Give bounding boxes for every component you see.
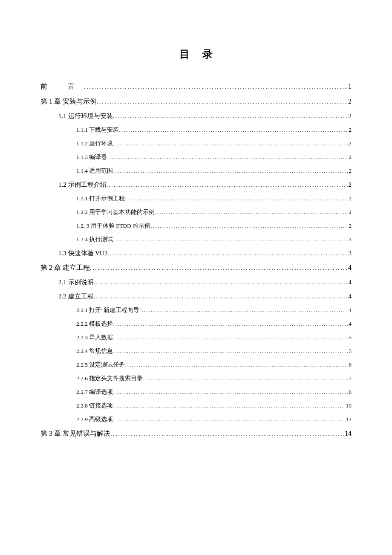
toc-entry-label: 第 3 章 常见错误与解决: [40, 429, 110, 438]
toc-leader-dots: [143, 375, 348, 382]
toc-leader-dots: [125, 361, 348, 368]
toc-entry-label: 1.1.2 运行环境: [76, 140, 113, 147]
toc-entry[interactable]: 2.2.5 设定测试任务6: [40, 361, 352, 369]
toc-entry-page: 2: [348, 154, 352, 161]
toc-entry-label: 1.2 示例工程介绍: [58, 181, 107, 189]
toc-entry[interactable]: 第 3 章 常见错误与解决14: [40, 429, 352, 438]
toc-entry[interactable]: 2.1 示例说明4: [40, 278, 352, 286]
toc-entry-label: 2.2.9 高级选项: [76, 416, 113, 423]
toc-entry[interactable]: 2.2.6 指定头文件搜索目录7: [40, 375, 352, 382]
toc-leader-dots: [94, 293, 348, 300]
toc-entry-page: 2: [348, 195, 352, 202]
toc-entry[interactable]: 1.2.2 用于学习基本功能的示例2: [40, 208, 352, 216]
toc-entry[interactable]: 1.1 运行环境与安装2: [40, 112, 352, 120]
toc-entry-page: 3: [348, 236, 352, 243]
toc-leader-dots: [113, 348, 348, 355]
toc-entry[interactable]: 第 2 章 建立工程4: [40, 263, 352, 272]
toc-entry[interactable]: 1.1.2 运行环境2: [40, 140, 352, 147]
toc-entry[interactable]: 1.2.4 执行测试3: [40, 236, 352, 243]
toc-leader-dots: [107, 250, 347, 257]
toc-leader-dots: [113, 113, 348, 120]
toc-entry[interactable]: 2.2.7 编译选项8: [40, 388, 352, 396]
toc-entry[interactable]: 2.2.8 链接选项10: [40, 402, 352, 410]
toc-entry-label: 2.2.1 打开"新建工程向导": [76, 306, 141, 314]
toc-entry[interactable]: 1.2. 3 用于体验 ETDD 的示例2: [40, 222, 352, 230]
toc-leader-dots: [113, 416, 345, 423]
toc-entry-label: 第 1 章 安装与示例: [40, 97, 97, 106]
toc-entry-page: 1: [347, 83, 352, 90]
toc-entry-page: 4: [348, 321, 352, 327]
toc-entry-label: 1.3 快速体验 VU2: [58, 249, 107, 257]
toc-entry[interactable]: 1.2.1 打开示例工程2: [40, 195, 352, 202]
toc-entry[interactable]: 2.2.1 打开"新建工程向导"4: [40, 306, 352, 314]
toc-entry-label: 2.2 建立工程: [58, 292, 94, 301]
toc-leader-dots: [113, 402, 345, 409]
toc-entry-page: 12: [345, 416, 352, 423]
toc-entry[interactable]: 2.2.4 常规信息5: [40, 347, 352, 355]
toc-entry-label: 2.2.3 导入数据: [76, 334, 113, 341]
toc-entry-label: 1.1.3 编译器: [76, 153, 107, 161]
toc-entry-label: 2.1 示例说明: [58, 278, 94, 286]
toc-entry-label: 2.2.6 指定头文件搜索目录: [76, 375, 143, 382]
toc-list: 前 言1第 1 章 安装与示例21.1 运行环境与安装21.1.1 下载与安装2…: [40, 82, 352, 438]
toc-leader-dots: [155, 209, 348, 216]
toc-entry-page: 3: [348, 250, 352, 257]
toc-entry-label: 1.1 运行环境与安装: [58, 112, 113, 120]
toc-entry-page: 2: [348, 127, 352, 133]
toc-entry[interactable]: 1.1.3 编译器2: [40, 153, 352, 161]
toc-entry[interactable]: 1.1.1 下载与安装2: [40, 126, 352, 134]
toc-entry-page: 2: [348, 223, 352, 229]
toc-entry-page: 2: [348, 113, 352, 120]
toc-entry-page: 4: [347, 264, 352, 272]
toc-entry[interactable]: 2.2 建立工程4: [40, 292, 352, 301]
toc-entry-label: 1.2.2 用于学习基本功能的示例: [76, 208, 155, 216]
toc-entry-page: 10: [345, 402, 352, 409]
toc-entry-page: 4: [348, 293, 352, 300]
toc-entry-page: 8: [348, 389, 352, 396]
toc-entry-page: 2: [347, 98, 352, 105]
toc-leader-dots: [94, 279, 348, 286]
document-page: 目录 前 言1第 1 章 安装与示例21.1 运行环境与安装21.1.1 下载与…: [0, 0, 392, 470]
toc-entry[interactable]: 2.2.3 导入数据5: [40, 334, 352, 341]
toc-leader-dots: [151, 223, 348, 229]
toc-leader-dots: [119, 127, 348, 133]
toc-entry-page: 2: [348, 181, 352, 188]
toc-leader-dots: [113, 334, 348, 341]
toc-entry-label: 1.2. 3 用于体验 ETDD 的示例: [76, 222, 151, 230]
toc-entry[interactable]: 前 言1: [40, 82, 352, 91]
toc-entry-label: 2.2.8 链接选项: [76, 402, 113, 410]
toc-leader-dots: [113, 168, 348, 174]
toc-leader-dots: [84, 83, 347, 90]
toc-entry-page: 2: [348, 168, 352, 174]
toc-entry[interactable]: 2.2.2 模板选择4: [40, 320, 352, 328]
toc-entry-label: 2.2.4 常规信息: [76, 347, 113, 355]
toc-leader-dots: [107, 154, 348, 161]
toc-entry-page: 7: [348, 375, 352, 382]
toc-entry-page: 5: [348, 334, 352, 341]
toc-entry-label: 1.2.4 执行测试: [76, 236, 113, 243]
toc-entry-page: 14: [344, 430, 352, 437]
toc-entry-label: 第 2 章 建立工程: [40, 263, 90, 272]
toc-leader-dots: [113, 389, 348, 396]
toc-entry-page: 4: [348, 279, 352, 286]
toc-leader-dots: [107, 181, 348, 188]
toc-entry-page: 6: [348, 361, 352, 368]
toc-entry-label: 2.2.5 设定测试任务: [76, 361, 125, 369]
toc-entry-label: 2.2.7 编译选项: [76, 388, 113, 396]
toc-entry[interactable]: 第 1 章 安装与示例2: [40, 97, 352, 106]
toc-entry[interactable]: 1.2 示例工程介绍2: [40, 181, 352, 189]
toc-entry-label: 1.1.1 下载与安装: [76, 126, 119, 134]
toc-entry[interactable]: 1.3 快速体验 VU23: [40, 249, 352, 257]
toc-leader-dots: [97, 98, 347, 105]
toc-leader-dots: [113, 236, 348, 243]
toc-entry[interactable]: 2.2.9 高级选项12: [40, 416, 352, 423]
toc-entry-label: 前 言: [40, 82, 84, 91]
toc-entry-page: 2: [348, 209, 352, 216]
toc-entry-label: 1.1.4 适用范围: [76, 167, 113, 175]
toc-leader-dots: [113, 140, 348, 147]
toc-leader-dots: [141, 307, 348, 314]
toc-entry[interactable]: 1.1.4 适用范围2: [40, 167, 352, 175]
toc-entry-page: 5: [348, 348, 352, 355]
toc-entry-label: 1.2.1 打开示例工程: [76, 195, 125, 202]
toc-title: 目录: [40, 47, 352, 61]
